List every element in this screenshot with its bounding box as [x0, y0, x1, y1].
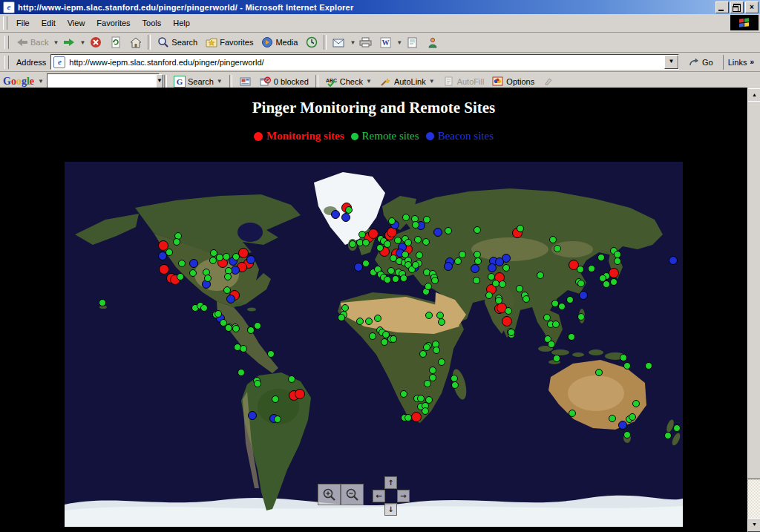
site-dot — [173, 238, 180, 246]
toolbar-grip[interactable] — [4, 56, 9, 69]
go-button[interactable]: Go — [681, 54, 719, 70]
site-dot — [417, 395, 425, 402]
google-search-input[interactable] — [48, 75, 156, 88]
forward-button[interactable] — [59, 34, 79, 51]
popup-blocker-button[interactable]: 0 blocked — [257, 73, 311, 89]
autofill-button[interactable]: AutoFill — [440, 73, 487, 89]
site-dot — [588, 265, 595, 272]
site-dot — [568, 333, 575, 341]
home-icon — [129, 36, 142, 49]
search-button[interactable]: Search — [153, 34, 201, 51]
pan-right-button[interactable]: → — [397, 490, 410, 502]
arrow-down-icon: ↓ — [387, 504, 393, 515]
media-button[interactable]: Media — [257, 34, 301, 51]
menu-help[interactable]: Help — [167, 16, 196, 30]
go-icon — [687, 56, 700, 68]
site-dot — [267, 350, 275, 358]
edit-dropdown[interactable]: ▼ — [396, 39, 402, 46]
google-logo[interactable]: Google — [3, 76, 34, 88]
pan-up-button[interactable]: ↑ — [384, 476, 397, 489]
zoom-out-button[interactable] — [341, 484, 364, 505]
pan-down-button[interactable]: ↓ — [384, 503, 397, 516]
menu-file[interactable]: File — [10, 16, 36, 30]
site-dot — [411, 412, 422, 422]
messenger-button[interactable] — [422, 34, 442, 51]
autolink-button[interactable]: AutoLink ▼ — [377, 73, 437, 89]
site-dot — [274, 416, 281, 423]
site-dot — [254, 380, 261, 387]
site-dot — [537, 272, 544, 279]
site-dot — [246, 255, 255, 264]
discuss-button[interactable] — [402, 34, 422, 51]
back-button[interactable]: Back — [12, 34, 52, 51]
favorites-button[interactable]: Favorites — [201, 34, 257, 51]
site-dot — [394, 237, 402, 244]
menu-favorites[interactable]: Favorites — [91, 16, 136, 30]
site-dot — [238, 369, 245, 376]
pan-left-button[interactable]: ← — [373, 490, 385, 502]
site-dot — [423, 216, 430, 223]
history-button[interactable] — [301, 34, 321, 51]
home-button[interactable] — [125, 34, 145, 51]
menu-edit[interactable]: Edit — [36, 16, 62, 30]
site-dot — [400, 390, 407, 398]
google-search-button[interactable]: G Search ▼ — [171, 74, 225, 89]
spellcheck-button[interactable]: ABC Check ▼ — [323, 73, 374, 89]
page-info-button[interactable] — [237, 73, 254, 89]
address-dropdown-button[interactable]: ▼ — [664, 55, 678, 69]
site-dot — [356, 318, 364, 325]
back-dropdown[interactable]: ▼ — [53, 39, 59, 46]
legend-item: Monitoring sites — [254, 130, 344, 142]
scrollbar-thumb[interactable] — [747, 101, 760, 479]
zoom-in-button[interactable] — [318, 484, 341, 505]
spellcheck-dropdown[interactable]: ▼ — [366, 78, 372, 85]
page-content: Pinger Monitoring and Remote Sites Monit… — [0, 88, 747, 532]
site-dot — [438, 358, 445, 366]
menu-view[interactable]: View — [62, 16, 91, 30]
site-dot — [425, 283, 432, 290]
site-dot — [673, 424, 681, 432]
scroll-down-button[interactable]: ▼ — [747, 518, 760, 532]
google-search-dropdown[interactable]: ▼ — [156, 74, 163, 88]
toolbar-grip[interactable] — [3, 16, 7, 30]
site-dot — [620, 354, 627, 361]
menu-tools[interactable]: Tools — [137, 16, 168, 30]
site-dot — [595, 369, 603, 376]
highlighter-button[interactable] — [540, 73, 557, 89]
site-dot — [471, 264, 479, 273]
toolbar-grip[interactable] — [4, 36, 9, 49]
site-dot — [422, 238, 430, 246]
print-button[interactable] — [356, 34, 376, 51]
window-title: http://www-iepm.slac.stanford.edu/pinger… — [18, 3, 715, 12]
site-dot — [558, 303, 566, 310]
spellcheck-icon: ABC — [325, 75, 338, 88]
world-map[interactable]: ↑ ← → ↓ — [65, 162, 683, 527]
site-dot — [232, 325, 240, 332]
refresh-button[interactable] — [105, 34, 125, 51]
address-input[interactable] — [68, 56, 664, 68]
minimize-button[interactable] — [715, 1, 729, 13]
options-icon — [491, 75, 504, 88]
vertical-scrollbar[interactable]: ▲ ▼ — [747, 88, 760, 532]
close-button[interactable]: × — [745, 1, 759, 13]
options-button[interactable]: Options — [489, 73, 537, 89]
mail-dropdown[interactable]: ▼ — [350, 39, 356, 46]
mail-button[interactable] — [329, 34, 349, 51]
site-dot — [345, 206, 353, 214]
links-bar[interactable]: Links » — [723, 55, 759, 70]
site-dot — [549, 236, 557, 243]
google-logo-dropdown[interactable]: ▼ — [38, 78, 44, 85]
autolink-dropdown[interactable]: ▼ — [429, 78, 435, 85]
forward-dropdown[interactable]: ▼ — [79, 39, 85, 46]
site-dot — [424, 380, 431, 387]
site-dot — [374, 315, 381, 322]
edit-word-button[interactable]: W — [376, 34, 396, 51]
windows-logo-icon — [730, 15, 759, 30]
ie-document-icon: e — [3, 1, 15, 13]
site-dot — [204, 275, 212, 282]
legend-label: Remote sites — [362, 130, 419, 142]
restore-button[interactable] — [730, 1, 744, 13]
stop-button[interactable] — [85, 34, 105, 51]
google-search-options-dropdown[interactable]: ▼ — [217, 78, 223, 85]
site-dot — [433, 347, 440, 354]
